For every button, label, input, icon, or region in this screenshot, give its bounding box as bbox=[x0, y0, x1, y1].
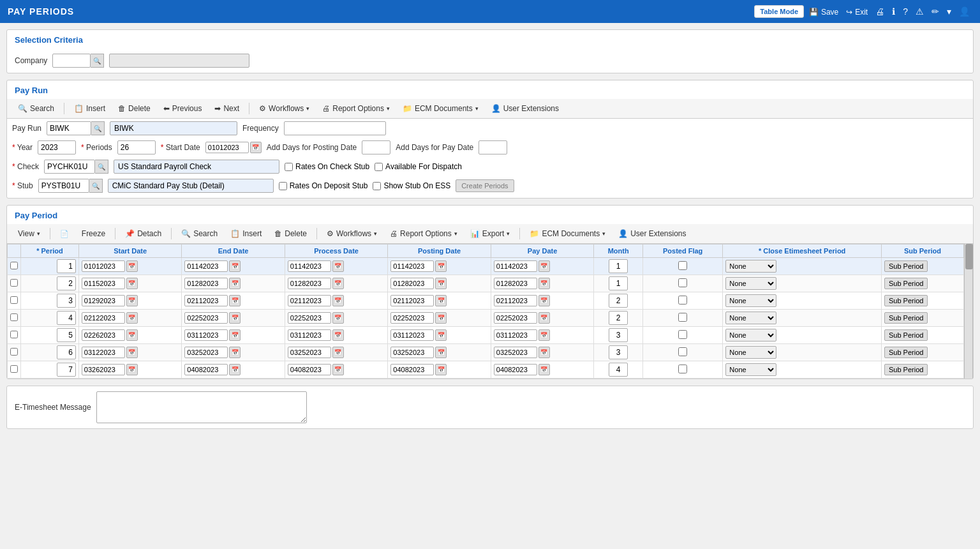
sub-period-button[interactable]: Sub Period bbox=[884, 329, 928, 341]
save-button[interactable]: 💾 Save bbox=[806, 5, 841, 18]
show-stub-ess-checkbox[interactable] bbox=[373, 182, 381, 190]
month-input[interactable] bbox=[609, 363, 628, 377]
posting-date-cal[interactable]: 📅 bbox=[435, 329, 447, 341]
sub-period-button[interactable]: Sub Period bbox=[884, 347, 928, 358]
row-select-checkbox[interactable] bbox=[10, 331, 18, 338]
start-date-input[interactable] bbox=[205, 142, 249, 153]
row-select-checkbox[interactable] bbox=[10, 279, 18, 287]
start-date-cal[interactable]: 📅 bbox=[126, 347, 138, 358]
start-date-field[interactable] bbox=[82, 347, 125, 358]
pay-date-cal[interactable]: 📅 bbox=[538, 347, 550, 358]
process-date-cal[interactable]: 📅 bbox=[332, 347, 344, 358]
sub-period-button[interactable]: Sub Period bbox=[884, 312, 928, 324]
close-etimesheet-select[interactable]: None Period Week bbox=[725, 260, 776, 273]
rates-check-stub-checkbox[interactable] bbox=[285, 163, 293, 171]
period-input[interactable] bbox=[57, 259, 76, 273]
pay-run-previous-button[interactable]: ⬅ Previous bbox=[158, 102, 208, 116]
start-date-cal[interactable]: 📅 bbox=[126, 312, 138, 324]
process-date-cal[interactable]: 📅 bbox=[332, 278, 344, 289]
end-date-field[interactable] bbox=[184, 278, 228, 289]
end-date-cal[interactable]: 📅 bbox=[229, 329, 241, 341]
pay-date-field[interactable] bbox=[494, 364, 537, 375]
pay-run-user-extensions-button[interactable]: 👤 User Extensions bbox=[486, 102, 565, 116]
exit-button[interactable]: ↪ Exit bbox=[843, 5, 870, 18]
end-date-cal[interactable]: 📅 bbox=[229, 312, 241, 324]
process-date-field[interactable] bbox=[288, 329, 331, 341]
posted-flag-checkbox[interactable] bbox=[678, 278, 687, 287]
period-input[interactable] bbox=[57, 345, 76, 359]
add-days-posting-input[interactable] bbox=[362, 140, 390, 154]
month-input[interactable] bbox=[609, 311, 628, 325]
process-date-cal[interactable]: 📅 bbox=[332, 295, 344, 306]
end-date-cal[interactable]: 📅 bbox=[229, 295, 241, 306]
process-date-field[interactable] bbox=[288, 364, 331, 375]
scrollbar-thumb[interactable] bbox=[965, 244, 973, 269]
view-button[interactable]: View ▾ bbox=[12, 227, 46, 241]
posted-flag-checkbox[interactable] bbox=[678, 261, 687, 270]
posted-flag-checkbox[interactable] bbox=[678, 313, 687, 322]
start-date-cal[interactable]: 📅 bbox=[126, 329, 138, 341]
month-input[interactable] bbox=[609, 259, 628, 273]
month-input[interactable] bbox=[609, 328, 628, 342]
posting-date-cal[interactable]: 📅 bbox=[435, 295, 447, 306]
close-etimesheet-select[interactable]: None Period Week bbox=[725, 363, 776, 376]
posting-date-field[interactable] bbox=[390, 260, 434, 272]
pp-icon-button[interactable]: 📄 bbox=[54, 227, 75, 241]
start-date-cal[interactable]: 📅 bbox=[126, 364, 138, 375]
start-date-cal[interactable]: 📅 bbox=[126, 278, 138, 289]
posting-date-field[interactable] bbox=[390, 347, 434, 358]
process-date-cal[interactable]: 📅 bbox=[332, 312, 344, 324]
start-date-field[interactable] bbox=[82, 260, 125, 272]
sub-period-button[interactable]: Sub Period bbox=[884, 260, 928, 272]
pp-report-options-button[interactable]: 🖨 Report Options ▾ bbox=[384, 227, 463, 241]
posting-date-field[interactable] bbox=[390, 312, 434, 324]
company-code-input[interactable]: CCC bbox=[52, 54, 91, 68]
pay-date-field[interactable] bbox=[494, 295, 537, 306]
pay-date-field[interactable] bbox=[494, 347, 537, 358]
close-etimesheet-select[interactable]: None Period Week bbox=[725, 277, 776, 290]
pay-run-report-options-button[interactable]: 🖨 Report Options ▾ bbox=[316, 102, 396, 116]
row-select-checkbox[interactable] bbox=[10, 296, 18, 304]
scrollbar-track[interactable] bbox=[964, 244, 973, 379]
close-etimesheet-select[interactable]: None Period Week bbox=[725, 329, 776, 342]
pay-run-ecm-button[interactable]: 📁 ECM Documents ▾ bbox=[397, 102, 484, 116]
pp-ecm-button[interactable]: 📁 ECM Documents ▾ bbox=[524, 227, 611, 241]
pay-date-cal[interactable]: 📅 bbox=[538, 278, 550, 289]
pay-date-cal[interactable]: 📅 bbox=[538, 295, 550, 306]
company-search-button[interactable]: 🔍 bbox=[91, 54, 104, 68]
available-dispatch-checkbox[interactable] bbox=[375, 163, 383, 171]
end-date-field[interactable] bbox=[184, 312, 228, 324]
stub-code-search[interactable]: 🔍 bbox=[89, 179, 103, 193]
table-mode-button[interactable]: Table Mode bbox=[754, 5, 804, 18]
posting-date-field[interactable] bbox=[390, 295, 434, 306]
sub-period-button[interactable]: Sub Period bbox=[884, 364, 928, 375]
pp-export-button[interactable]: 📊 Export ▾ bbox=[464, 227, 516, 241]
period-input[interactable] bbox=[57, 294, 76, 308]
etimesheet-textarea[interactable] bbox=[96, 391, 307, 423]
start-date-field[interactable] bbox=[82, 312, 125, 324]
pay-run-delete-button[interactable]: 🗑 Delete bbox=[112, 102, 156, 116]
start-date-cal-button[interactable]: 📅 bbox=[250, 142, 262, 153]
start-date-cal[interactable]: 📅 bbox=[126, 260, 138, 272]
pp-delete-button[interactable]: 🗑 Delete bbox=[269, 227, 313, 241]
process-date-cal[interactable]: 📅 bbox=[332, 329, 344, 341]
detach-button[interactable]: 📌 Detach bbox=[119, 227, 167, 241]
create-periods-button[interactable]: Create Periods bbox=[456, 179, 514, 192]
print-icon-button[interactable]: 🖨 bbox=[873, 5, 887, 18]
pay-run-search-button[interactable]: 🔍 Search bbox=[12, 102, 60, 116]
posted-flag-checkbox[interactable] bbox=[678, 347, 687, 356]
month-input[interactable] bbox=[609, 345, 628, 359]
periods-input[interactable] bbox=[117, 140, 156, 154]
end-date-cal[interactable]: 📅 bbox=[229, 278, 241, 289]
end-date-cal[interactable]: 📅 bbox=[229, 347, 241, 358]
close-etimesheet-select[interactable]: None Period Week bbox=[725, 294, 776, 307]
start-date-field[interactable] bbox=[82, 329, 125, 341]
process-date-field[interactable] bbox=[288, 347, 331, 358]
user-icon-button[interactable]: 👤 bbox=[956, 5, 972, 18]
row-select-checkbox[interactable] bbox=[10, 313, 18, 321]
end-date-cal[interactable]: 📅 bbox=[229, 260, 241, 272]
add-days-pay-input[interactable] bbox=[479, 140, 507, 154]
start-date-field[interactable] bbox=[82, 278, 125, 289]
dropdown-icon-button[interactable]: ▾ bbox=[944, 5, 954, 18]
period-input[interactable] bbox=[57, 328, 76, 342]
